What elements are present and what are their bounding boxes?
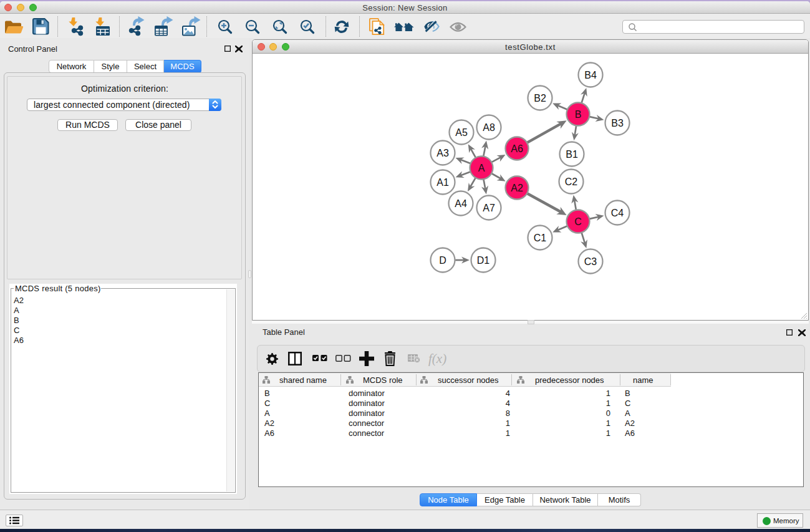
svg-text:A7: A7 — [483, 203, 495, 213]
svg-text:B2: B2 — [534, 93, 546, 104]
svg-text:C4: C4 — [611, 208, 624, 218]
svg-text:A2: A2 — [511, 183, 523, 193]
svg-text:A4: A4 — [455, 198, 467, 209]
svg-text:D: D — [439, 255, 446, 266]
svg-text:A: A — [478, 163, 485, 173]
svg-text:B4: B4 — [584, 70, 597, 80]
svg-text:C2: C2 — [565, 177, 578, 187]
svg-text:A3: A3 — [436, 148, 449, 158]
svg-text:A5: A5 — [455, 127, 468, 138]
svg-text:C: C — [574, 216, 582, 227]
svg-text:B: B — [575, 109, 582, 120]
svg-text:C1: C1 — [534, 233, 547, 243]
svg-text:f(x): f(x) — [428, 351, 446, 366]
svg-text:B3: B3 — [611, 118, 624, 128]
svg-text:A6: A6 — [511, 143, 523, 154]
svg-text:A1: A1 — [436, 177, 449, 188]
svg-text:A8: A8 — [483, 122, 495, 133]
svg-text:B1: B1 — [566, 149, 578, 160]
svg-text:D1: D1 — [477, 255, 490, 266]
svg-text:C3: C3 — [584, 256, 597, 267]
